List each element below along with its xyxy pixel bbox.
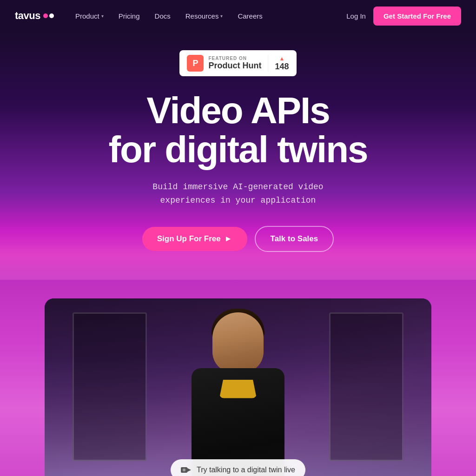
- video-camera-icon: [181, 465, 191, 475]
- product-hunt-badge[interactable]: P FEATURED ON Product Hunt ▲ 148: [179, 50, 296, 76]
- arrow-icon: ►: [225, 234, 232, 244]
- background-door-right: [329, 312, 403, 461]
- logo-text: tavus: [15, 10, 40, 22]
- talk-to-sales-button[interactable]: Talk to Sales: [255, 226, 334, 252]
- login-link[interactable]: Log In: [346, 12, 366, 20]
- upvote-arrow-icon: ▲: [279, 55, 285, 62]
- nav-docs[interactable]: Docs: [148, 8, 177, 24]
- product-hunt-votes: ▲ 148: [268, 55, 289, 72]
- hero-section: P FEATURED ON Product Hunt ▲ 148 Video A…: [0, 32, 476, 280]
- logo-icon: [43, 13, 54, 18]
- vote-count: 148: [275, 62, 289, 72]
- svg-point-2: [183, 469, 185, 471]
- chevron-down-icon: ▾: [101, 13, 104, 19]
- video-section: Try talking to a digital twin live: [45, 298, 431, 476]
- person-figure: [159, 308, 317, 476]
- logo-link[interactable]: tavus: [15, 10, 54, 22]
- svg-marker-3: [187, 468, 191, 472]
- product-hunt-featured-label: FEATURED ON: [208, 56, 261, 61]
- chip-label: Try talking to a digital twin live: [197, 466, 295, 474]
- person-shirt: [219, 380, 257, 398]
- video-placeholder: Try talking to a digital twin live: [45, 298, 431, 476]
- logo-dot-white: [49, 13, 54, 18]
- person-head: [212, 312, 264, 373]
- hero-subtitle: Build immersive AI-generated video exper…: [9, 180, 467, 207]
- hero-ctas: Sign Up For Free ► Talk to Sales: [9, 226, 467, 252]
- logo-dot-pink: [43, 13, 48, 18]
- nav-product[interactable]: Product ▾: [69, 8, 110, 24]
- hero-title: Video APIs for digital twins: [9, 91, 467, 169]
- nav-resources[interactable]: Resources ▾: [179, 8, 230, 24]
- product-hunt-name: Product Hunt: [208, 61, 261, 71]
- nav-links: Product ▾ Pricing Docs Resources ▾ Caree…: [69, 8, 346, 24]
- chevron-down-icon: ▾: [220, 13, 223, 19]
- get-started-button[interactable]: Get Started For Free: [373, 7, 461, 26]
- signup-button[interactable]: Sign Up For Free ►: [142, 227, 247, 251]
- background-door-left: [73, 312, 147, 461]
- product-hunt-logo: P: [187, 55, 204, 72]
- nav-right: Log In Get Started For Free: [346, 7, 461, 26]
- nav-careers[interactable]: Careers: [231, 8, 269, 24]
- navigation: tavus Product ▾ Pricing Docs Resources ▾…: [0, 0, 476, 32]
- nav-pricing[interactable]: Pricing: [112, 8, 146, 24]
- product-hunt-text: FEATURED ON Product Hunt: [208, 56, 261, 71]
- try-digital-twin-chip[interactable]: Try talking to a digital twin live: [171, 459, 305, 476]
- camera-svg: [181, 466, 191, 474]
